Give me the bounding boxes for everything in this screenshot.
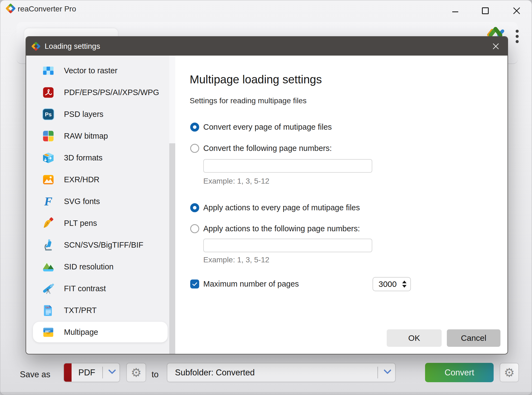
- sidebar-item-3d-formats[interactable]: 3D formats: [26, 147, 169, 169]
- loading-settings-dialog: Loading settings: [26, 36, 508, 354]
- page-subtitle: Settings for reading multipage files: [190, 96, 307, 105]
- to-label: to: [152, 370, 159, 379]
- dialog-close-icon[interactable]: [492, 42, 500, 50]
- sidebar-item-sid-resolution[interactable]: SID resolution: [26, 256, 169, 278]
- sidebar-item-label: TXT/PRT: [64, 306, 97, 315]
- minimize-button[interactable]: [452, 11, 458, 12]
- max-pages-row: Maximum number of pages: [190, 279, 299, 288]
- sidebar-item-label: EXR/HDR: [64, 175, 100, 184]
- svg-text:TXT: TXT: [45, 306, 50, 309]
- chevron-down-icon[interactable]: [107, 369, 117, 376]
- settings-sidebar: Vector to raster PDF/EPS/PS/AI/XPS/WPG: [26, 56, 169, 354]
- sidebar-item-plt-pens[interactable]: PLT pens: [26, 212, 169, 234]
- svg-text:F: F: [44, 195, 53, 208]
- sidebar-item-label: SVG fonts: [64, 197, 100, 206]
- pdf-format-color-tab: [64, 363, 72, 382]
- combo-divider: [377, 367, 378, 378]
- option-row: Apply actions to the following page numb…: [190, 224, 360, 233]
- sidebar-item-label: Multipage: [64, 328, 98, 337]
- sidebar-item-label: 3D formats: [64, 153, 103, 162]
- dialog-body: Vector to raster PDF/EPS/PS/AI/XPS/WPG: [26, 56, 508, 354]
- radio-convert-every-page[interactable]: [190, 123, 199, 132]
- vector-to-raster-icon: [42, 64, 55, 77]
- sidebar-item-pdf-formats[interactable]: PDF/EPS/PS/AI/XPS/WPG: [26, 81, 169, 103]
- sidebar-item-vector-to-raster[interactable]: Vector to raster: [26, 60, 169, 81]
- option-row: Apply actions to every page of mutipage …: [190, 203, 360, 212]
- spinner-value: 3000: [379, 279, 397, 289]
- destination-value: Subfolder: Converted: [175, 368, 255, 378]
- format-value: PDF: [74, 368, 100, 378]
- multipage-icon: [42, 326, 55, 339]
- sidebar-item-txt-prt[interactable]: TXT TXT/PRT: [26, 299, 169, 321]
- destination-select[interactable]: Subfolder: Converted: [167, 363, 396, 382]
- combo-divider: [102, 367, 103, 378]
- pdf-icon: [42, 86, 55, 99]
- close-button[interactable]: [513, 7, 520, 14]
- microscope-icon: [42, 239, 55, 251]
- sidebar-item-fit-contrast[interactable]: FIT contrast: [26, 278, 169, 299]
- window-title: reaConverter Pro: [18, 5, 76, 13]
- sidebar-item-label: FIT contrast: [64, 284, 106, 293]
- 3d-formats-icon: [42, 151, 55, 164]
- sidebar-scrollbar[interactable]: [169, 56, 175, 354]
- radio-label: Convert the following page numbers:: [203, 144, 332, 153]
- spinner-up-icon[interactable]: [402, 281, 407, 283]
- exr-hdr-icon: [42, 173, 55, 186]
- convert-settings-button[interactable]: ⚙: [500, 363, 519, 382]
- sid-resolution-icon: [42, 260, 55, 273]
- output-format-select[interactable]: PDF: [63, 363, 120, 382]
- radio-apply-every-page[interactable]: [190, 203, 199, 212]
- app-logo-icon: [5, 3, 16, 14]
- ok-button[interactable]: OK: [387, 329, 442, 347]
- sidebar-item-label: PLT pens: [64, 219, 97, 228]
- checkbox-label: Maximum number of pages: [203, 279, 299, 288]
- save-as-label: Save as: [20, 370, 50, 379]
- radio-label: Apply actions to the following page numb…: [203, 224, 360, 233]
- convert-button[interactable]: Convert: [425, 363, 494, 382]
- app-window: reaConverter Pro: [0, 0, 532, 395]
- radio-label: Apply actions to every page of mutipage …: [203, 203, 360, 212]
- plt-pens-icon: [42, 217, 55, 230]
- chevron-down-icon[interactable]: [383, 369, 392, 376]
- dialog-title: Loading settings: [45, 42, 100, 51]
- max-pages-spinner[interactable]: 3000: [373, 277, 411, 291]
- photoshop-icon: Ps: [42, 108, 55, 121]
- option-row: Convert the following page numbers:: [190, 144, 332, 153]
- sidebar-item-label: PSD layers: [64, 110, 103, 119]
- format-settings-button[interactable]: ⚙: [126, 363, 146, 382]
- dialog-logo-icon: [31, 41, 41, 51]
- sidebar-item-label: SID resolution: [64, 262, 113, 271]
- apply-page-numbers-input[interactable]: [203, 239, 372, 252]
- sidebar-item-label: RAW bitmap: [64, 132, 108, 141]
- option-row: Convert every page of mutipage files: [190, 122, 332, 132]
- convert-page-numbers-input[interactable]: [203, 159, 372, 173]
- sidebar-item-label: SCN/SVS/BigTIFF/BIF: [64, 241, 143, 250]
- sidebar-item-label: PDF/EPS/PS/AI/XPS/WPG: [64, 88, 159, 97]
- sidebar-item-label: Vector to raster: [64, 66, 118, 75]
- spinner-down-icon[interactable]: [402, 285, 407, 288]
- radio-convert-page-numbers[interactable]: [190, 144, 199, 153]
- sidebar-item-raw-bitmap[interactable]: RAW bitmap: [26, 125, 169, 147]
- gear-icon: ⚙: [504, 367, 515, 379]
- sidebar-item-scn-svs[interactable]: SCN/SVS/BigTIFF/BIF: [26, 234, 169, 256]
- radio-apply-page-numbers[interactable]: [190, 224, 199, 233]
- max-pages-checkbox[interactable]: [190, 279, 199, 288]
- sidebar-item-multipage[interactable]: Multipage: [26, 321, 169, 343]
- gear-icon: ⚙: [131, 367, 142, 379]
- dialog-header: Loading settings: [26, 37, 508, 56]
- txt-document-icon: TXT: [42, 304, 55, 317]
- svg-fonts-icon: F: [42, 195, 55, 208]
- sidebar-item-exr-hdr[interactable]: EXR/HDR: [26, 169, 169, 190]
- raw-bitmap-icon: [42, 130, 55, 142]
- radio-label: Convert every page of mutipage files: [203, 123, 332, 132]
- telescope-icon: [42, 282, 55, 295]
- multipage-settings-panel: Multipage loading settings Settings for …: [175, 56, 508, 354]
- svg-text:Ps: Ps: [45, 111, 52, 117]
- sidebar-item-svg-fonts[interactable]: F SVG fonts: [26, 190, 169, 212]
- cancel-button[interactable]: Cancel: [447, 329, 500, 347]
- maximize-button[interactable]: [482, 7, 489, 14]
- page-title: Multipage loading settings: [190, 73, 322, 86]
- scrollbar-thumb[interactable]: [169, 143, 175, 354]
- sidebar-item-psd-layers[interactable]: Ps PSD layers: [26, 103, 169, 125]
- menu-kebab-icon[interactable]: [516, 30, 519, 45]
